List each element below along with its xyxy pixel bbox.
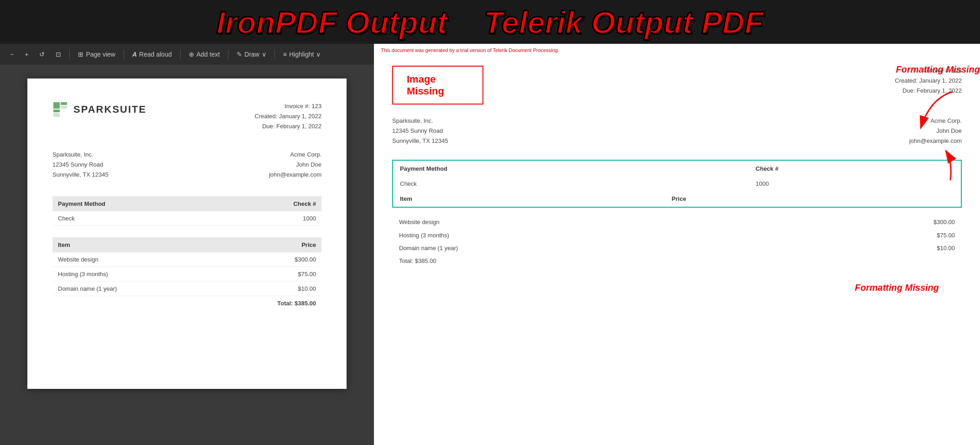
svg-rect-0 [53, 102, 60, 109]
telerik-item-price-1: $300.00 [933, 217, 955, 227]
add-text-icon: ⊕ [189, 51, 194, 58]
rotate-button[interactable]: ↺ [36, 49, 47, 60]
telerik-invoice-due: Due: February 1, 2022 [895, 86, 962, 96]
telerik-payment-method: Check [393, 177, 749, 191]
divider-5 [275, 49, 275, 59]
from-address: Sparksuite, Inc. 12345 Sunny Road Sunnyv… [52, 150, 109, 180]
item-name-1: Website design [52, 252, 210, 267]
telerik-item-col1-header: Item [393, 191, 665, 207]
formatting-missing-bottom-label: Formatting Missing [392, 283, 962, 293]
telerik-check-number: 1000 [749, 177, 961, 191]
from-address2: Sunnyville, TX 12345 [52, 170, 109, 180]
item-name-3: Domain name (1 year) [52, 281, 210, 296]
logo-area: SPARKSUITE [52, 101, 146, 118]
telerik-item-name-3: Domain name (1 year) [399, 243, 458, 253]
svg-rect-4 [53, 113, 60, 117]
telerik-tables-wrapper: Payment Method Check # Check 1000 [392, 160, 962, 208]
invoice-due: Due: February 1, 2022 [254, 121, 321, 131]
add-text-label: Add text [197, 51, 220, 58]
telerik-item-name-2: Hosting (3 months) [399, 230, 458, 241]
pdf-viewer[interactable]: SPARKSUITE Invoice #: 123 Created: Janua… [0, 65, 374, 445]
to-email: john@example.com [269, 170, 321, 180]
telerik-items-below: Website design Hosting (3 months) Domain… [392, 217, 962, 269]
ironpdf-panel: − + ↺ ⊡ ⊞ Page view A Read aloud [0, 44, 374, 445]
telerik-address-section: Sparksuite, Inc. 12345 Sunny Road Sunnyv… [392, 116, 962, 146]
to-contact: John Doe [269, 160, 321, 170]
highlight-label: Highlight [289, 51, 314, 58]
page-view-label: Page view [86, 51, 115, 58]
svg-rect-2 [61, 106, 67, 109]
read-aloud-label: Read aloud [139, 51, 172, 58]
image-missing-label: Image Missing [407, 73, 469, 97]
divider-1 [69, 49, 70, 59]
payment-row: Check 1000 [52, 211, 321, 226]
invoice-meta: Invoice #: 123 Created: January 1, 2022 … [254, 101, 321, 131]
item-col1-header: Item [52, 237, 210, 252]
payment-col2-header: Check # [223, 196, 321, 211]
telerik-item-name-1: Website design [399, 217, 458, 227]
draw-button[interactable]: ✎ Draw ∨ [234, 49, 269, 60]
total-row: Total: $385.00 [52, 296, 321, 310]
item-name-2: Hosting (3 months) [52, 267, 210, 281]
check-number-value: 1000 [223, 211, 321, 226]
telerik-invoice-number: Invoice #: 123 [895, 66, 962, 76]
draw-label: Draw [244, 51, 259, 58]
telerik-title: Telerik Output PDF [484, 5, 763, 40]
divider-2 [124, 49, 124, 59]
items-table: Item Price Website design $300.00 Hostin… [52, 237, 321, 310]
telerik-payment-col1-header: Payment Method [393, 161, 749, 177]
payment-method-value: Check [52, 211, 223, 226]
address-section: Sparksuite, Inc. 12345 Sunny Road Sunnyv… [52, 150, 321, 180]
from-name: Sparksuite, Inc. [52, 150, 109, 160]
table-row: Hosting (3 months) $75.00 [52, 267, 321, 281]
telerik-total-label: Total: $385.00 [399, 256, 458, 266]
telerik-payment-table: Payment Method Check # Check 1000 [393, 161, 961, 191]
telerik-content: Image Missing Invoice #: 123 Created: Ja… [392, 66, 962, 293]
pdf-toolbar: − + ↺ ⊡ ⊞ Page view A Read aloud [0, 44, 374, 65]
telerik-item-price-3: $10.00 [933, 243, 955, 253]
sparksuite-logo-icon [52, 101, 69, 118]
total-label-empty [52, 296, 210, 310]
from-address1: 12345 Sunny Road [52, 160, 109, 170]
telerik-item-col2-header: Price [665, 191, 961, 207]
formatting-bottom-arrow [937, 148, 964, 185]
highlight-icon: ≡ [283, 51, 287, 58]
main-content: − + ↺ ⊡ ⊞ Page view A Read aloud [0, 44, 980, 445]
invoice-created: Created: January 1, 2022 [254, 111, 321, 121]
fit-page-button[interactable]: ⊡ [53, 49, 64, 60]
item-col2-header: Price [210, 237, 321, 252]
telerik-from-name: Sparksuite, Inc. [392, 116, 448, 126]
zoom-in-button[interactable]: + [22, 49, 31, 60]
highlight-button[interactable]: ≡ Highlight ∨ [280, 49, 324, 60]
trial-notice: This document was generated by a trial v… [381, 47, 559, 53]
invoice-header: SPARKSUITE Invoice #: 123 Created: Janua… [52, 101, 321, 131]
telerik-invoice-created: Created: January 1, 2022 [895, 76, 962, 86]
page-view-button[interactable]: ⊞ Page view [75, 49, 118, 60]
telerik-payment-col2-header: Check # [749, 161, 961, 177]
draw-chevron-icon: ∨ [262, 51, 266, 58]
payment-table: Payment Method Check # Check 1000 [52, 196, 321, 226]
read-aloud-icon: A [132, 51, 137, 58]
zoom-out-button[interactable]: − [7, 49, 16, 60]
total-amount: Total: $385.00 [210, 296, 321, 310]
svg-rect-1 [61, 102, 67, 105]
telerik-from-address1: 12345 Sunny Road [392, 126, 448, 136]
draw-icon: ✎ [237, 51, 242, 58]
telerik-from-address: Sparksuite, Inc. 12345 Sunny Road Sunnyv… [392, 116, 448, 146]
divider-4 [228, 49, 228, 59]
page-view-icon: ⊞ [78, 51, 83, 58]
divider-3 [180, 49, 181, 59]
telerik-header: Image Missing Invoice #: 123 Created: Ja… [392, 66, 962, 105]
telerik-items-table: Item Price [393, 191, 961, 207]
read-aloud-button[interactable]: A Read aloud [130, 49, 175, 60]
table-row: Website design $300.00 [52, 252, 321, 267]
highlight-chevron-icon: ∨ [316, 51, 321, 58]
item-price-1: $300.00 [210, 252, 321, 267]
ironpdf-title: IronPDF Output [217, 5, 447, 40]
item-price-2: $75.00 [210, 267, 321, 281]
to-name: Acme Corp. [269, 150, 321, 160]
add-text-button[interactable]: ⊕ Add text [186, 49, 223, 60]
title-bar: IronPDF Output Telerik Output PDF [0, 0, 980, 44]
telerik-from-address2: Sunnyville, TX 12345 [392, 136, 448, 146]
to-address: Acme Corp. John Doe john@example.com [269, 150, 321, 180]
